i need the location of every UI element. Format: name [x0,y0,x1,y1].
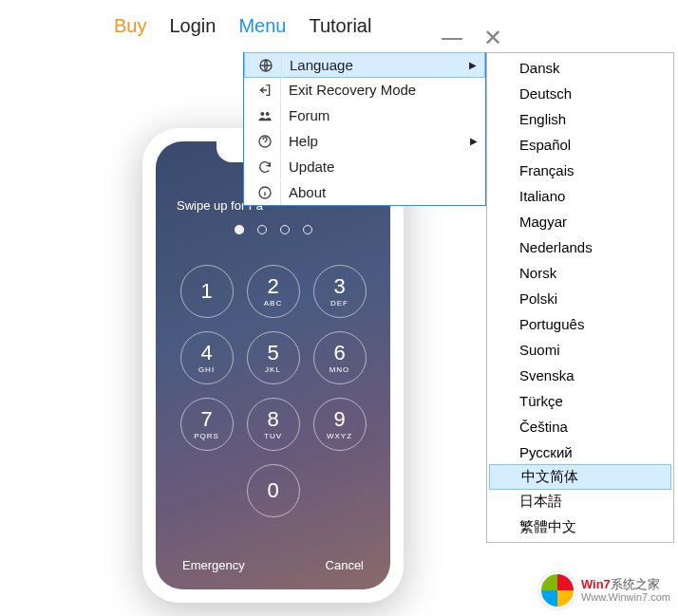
language-option[interactable]: Polski [487,286,673,311]
keypad-7[interactable]: 7PQRS [180,398,234,451]
minimize-button[interactable] [442,38,462,40]
menu-item-forum[interactable]: Forum [244,103,485,128]
language-option[interactable]: Русский [487,439,673,465]
menu-item-help[interactable]: Help▶ [244,128,485,154]
language-option[interactable]: Norsk [487,260,673,286]
nav-buy[interactable]: Buy [114,15,146,37]
language-option[interactable]: Italiano [487,183,673,209]
language-option[interactable]: Español [487,132,673,158]
menu-item-label: Help [289,133,470,149]
language-option[interactable]: Türkçe [487,388,673,414]
language-option[interactable]: Nederlands [487,234,673,260]
keypad-6[interactable]: 6MNO [313,331,367,384]
language-option[interactable]: Svenska [487,363,673,388]
phone-screen: Swipe up for Fa 12ABC3DEF4GHI5JKL6MNO7PQ… [156,141,390,589]
language-option[interactable]: English [487,106,673,132]
exit-icon [254,83,276,98]
keypad-3[interactable]: 3DEF [313,265,367,318]
help-icon [254,134,276,149]
menu-item-language[interactable]: Language▶ [244,52,485,78]
menu-item-label: Update [289,159,478,175]
nav-menu[interactable]: Menu [238,15,286,37]
menu-item-label: Language [290,57,469,73]
menu-item-label: Forum [289,107,478,123]
nav-login[interactable]: Login [169,15,216,37]
submenu-arrow-icon: ▶ [470,136,478,146]
menu-item-exit-recovery-mode[interactable]: Exit Recovery Mode [244,77,485,103]
watermark-logo-icon [539,572,575,608]
keypad: 12ABC3DEF4GHI5JKL6MNO7PQRS8TUV9WXYZ0 [180,265,367,517]
language-option[interactable]: Português [487,311,673,337]
people-icon [254,108,276,123]
language-submenu: DanskDeutschEnglishEspañolFrançaisItalia… [486,52,674,543]
language-option[interactable]: Dansk [487,55,673,81]
language-option[interactable]: Magyar [487,209,673,234]
language-option[interactable]: Français [487,158,673,183]
language-option[interactable]: Čeština [487,414,673,439]
language-option[interactable]: 繁體中文 [487,514,673,540]
language-option[interactable]: Suomi [487,337,673,363]
keypad-5[interactable]: 5JKL [247,331,300,384]
keypad-8[interactable]: 8TUV [247,398,300,451]
menu-dropdown: Language▶Exit Recovery ModeForumHelp▶Upd… [243,52,486,206]
nav-tutorial[interactable]: Tutorial [309,15,371,37]
globe-icon [254,58,277,73]
language-option[interactable]: 日本語 [487,489,673,514]
menu-item-label: Exit Recovery Mode [289,82,478,98]
menu-item-label: About [289,184,478,200]
menu-item-update[interactable]: Update [244,154,485,179]
watermark: Win7系统之家 Www.Winwin7.com [539,572,670,608]
language-option[interactable]: Deutsch [487,81,673,106]
keypad-1[interactable]: 1 [180,265,234,318]
keypad-4[interactable]: 4GHI [180,331,234,384]
menu-item-about[interactable]: About [244,179,485,205]
keypad-2[interactable]: 2ABC [247,265,300,318]
keypad-9[interactable]: 9WXYZ [313,398,367,451]
submenu-arrow-icon: ▶ [469,60,477,70]
close-button[interactable]: ✕ [483,28,502,47]
info-icon [254,185,276,200]
keypad-0[interactable]: 0 [247,464,300,517]
emergency-button[interactable]: Emergency [182,558,245,572]
cancel-button[interactable]: Cancel [326,558,364,572]
passcode-dots [235,225,312,234]
svg-point-1 [260,112,264,116]
language-option[interactable]: 中文简体 [489,464,671,490]
refresh-icon [254,159,276,175]
svg-point-2 [266,112,270,116]
